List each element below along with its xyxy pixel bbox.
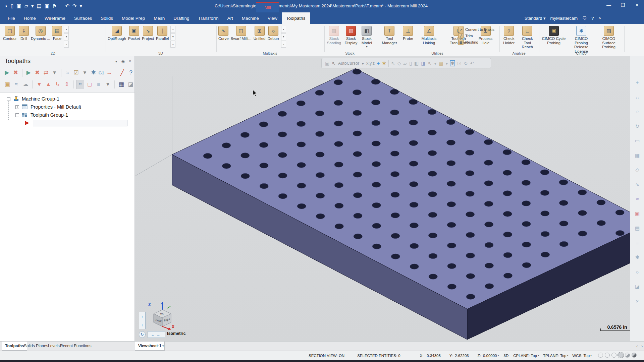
- ribbon-button-drill[interactable]: ↧Drill: [18, 25, 30, 42]
- select-window-dropdown-icon[interactable]: ▾: [434, 61, 436, 66]
- undo-icon[interactable]: ↶: [65, 2, 69, 10]
- tab-surfaces[interactable]: Surfaces: [70, 12, 96, 24]
- autocursor-dropdown-icon[interactable]: ▾: [362, 61, 364, 66]
- fast-point-icon[interactable]: +: [377, 61, 380, 66]
- tplane-selector[interactable]: TPLANE: Top: [543, 354, 566, 358]
- tab-home[interactable]: Home: [19, 12, 40, 24]
- collapse-ribbon-icon[interactable]: ˄: [598, 16, 601, 21]
- pan-icon[interactable]: ↔: [633, 93, 642, 102]
- ribbon-button-curve[interactable]: ∿Curve: [217, 25, 230, 42]
- post-g1-icon[interactable]: G1: [98, 70, 104, 75]
- wcs-selector[interactable]: WCS: Top: [572, 354, 590, 358]
- tree-insert-position[interactable]: [24, 119, 127, 127]
- toggle-toolpath-display-icon[interactable]: ≈: [12, 80, 20, 89]
- tab-machine[interactable]: Machine: [237, 12, 263, 24]
- tab-transform[interactable]: Transform: [194, 12, 223, 24]
- select-body-icon[interactable]: ◨: [421, 61, 425, 66]
- z-dropdown-icon[interactable]: ▾: [498, 354, 499, 357]
- group-scroll-expand-icon[interactable]: ⌄: [170, 41, 175, 48]
- tab-toolpaths[interactable]: Toolpaths: [282, 12, 310, 24]
- select-verify-icon[interactable]: ◇: [397, 61, 401, 66]
- cplane-dropdown-icon[interactable]: ▾: [538, 354, 539, 357]
- ribbon-button-check-tool-reach[interactable]: ∟Check Tool Reach: [517, 25, 537, 50]
- erase-display-icon[interactable]: ◪: [127, 80, 135, 89]
- add-viewsheet-button[interactable]: +: [159, 342, 167, 351]
- dropdown-icon[interactable]: ▾: [366, 45, 368, 48]
- validate-selection-icon[interactable]: ☑: [457, 61, 462, 66]
- group-scroll-down-icon[interactable]: ▾: [281, 33, 286, 40]
- mymastercam-link[interactable]: myMastercam: [550, 16, 578, 21]
- select-range-icon[interactable]: ▩: [439, 61, 443, 66]
- ribbon-button-stock-display[interactable]: ▧Stock Display: [343, 25, 359, 46]
- select-window-icon[interactable]: ↖: [428, 61, 432, 66]
- dimension-mode[interactable]: 3D: [504, 354, 509, 358]
- ribbon-button-cimco-probing-release-license[interactable]: ✱CIMCO Probing Release License: [568, 25, 595, 54]
- workspace-select[interactable]: Standard ▾: [525, 16, 546, 21]
- restore-button[interactable]: ❒: [616, 0, 630, 10]
- group-scroll-down-icon[interactable]: ▾: [64, 33, 69, 40]
- selection-settings-icon[interactable]: ✱: [450, 60, 455, 66]
- simulate-icon[interactable]: ✱: [90, 68, 97, 77]
- select-last-icon[interactable]: ≡: [633, 238, 642, 248]
- open-dropdown-icon[interactable]: ▾: [31, 2, 34, 10]
- ribbon-button-cimco-cycle-probing[interactable]: ▣CIMCO Cycle Probing: [540, 25, 568, 46]
- tab-mesh[interactable]: Mesh: [149, 12, 169, 24]
- minimize-button[interactable]: —: [602, 0, 616, 10]
- unselect-all-operations-icon[interactable]: ✖: [12, 68, 19, 77]
- ribbon-button-nesting[interactable]: ▦Nesting: [458, 40, 494, 45]
- surface-mask-icon[interactable]: ≈: [633, 194, 642, 204]
- group-scroll-up-icon[interactable]: ▴: [64, 26, 69, 33]
- expand-expander-icon[interactable]: [15, 105, 19, 109]
- ribbon-button-convert-to-5-axis[interactable]: ↗Convert to 5-axis: [458, 27, 494, 32]
- tree-item-toolpath-group[interactable]: Toolpath Group-1: [15, 111, 68, 119]
- save-icon[interactable]: ▣: [16, 2, 21, 10]
- section-view-icon[interactable]: ▭: [633, 136, 642, 145]
- verify-icon[interactable]: ☑: [72, 68, 80, 77]
- help-icon[interactable]: ?: [127, 68, 135, 77]
- select-range-dropdown-icon[interactable]: ▾: [445, 61, 448, 66]
- options-list-icon[interactable]: ≡: [95, 80, 102, 89]
- ghost-operations-icon[interactable]: ☁: [22, 80, 30, 89]
- new-file-icon[interactable]: ▯: [11, 2, 13, 10]
- move-up-icon[interactable]: ▲: [45, 80, 52, 89]
- close-button[interactable]: ×: [630, 0, 644, 10]
- autocursor-icon[interactable]: ↖: [332, 61, 336, 66]
- group-scroll-down-icon[interactable]: ▾: [170, 33, 175, 40]
- snap-icon[interactable]: ◇: [633, 165, 642, 175]
- verify-dropdown-icon[interactable]: ▾: [81, 68, 89, 77]
- undo-selection-icon[interactable]: ↶: [470, 61, 474, 66]
- translucent-shade-icon[interactable]: [632, 353, 637, 358]
- lock-operations-icon[interactable]: ▣: [3, 80, 11, 89]
- display-selected-toolpaths-icon[interactable]: ≈: [76, 80, 84, 89]
- move-insert-icon[interactable]: ↳: [54, 80, 61, 89]
- tab-model-prep[interactable]: Model Prep: [117, 12, 149, 24]
- zoom-window-icon[interactable]: ◌: [633, 107, 642, 116]
- ribbon-button-swarf-milli-[interactable]: ◫Swarf Milli...: [230, 25, 253, 42]
- display-options-icon[interactable]: ×: [633, 297, 642, 306]
- wireframe-mask-icon[interactable]: ∿: [633, 180, 642, 189]
- tab-wireframe[interactable]: Wireframe: [40, 12, 70, 24]
- hidden-line-shade-icon[interactable]: [605, 353, 610, 358]
- blank-entity-icon[interactable]: ◪: [633, 282, 642, 291]
- print-icon[interactable]: ▤: [37, 2, 42, 10]
- graphics-viewport[interactable]: ▣↖AutoCursor▾x,y,z+✱↖◇▱▯◧◨↖▾▩▾✱☑↻↶ ↑ ↓ ↻…: [135, 56, 630, 341]
- viewsheet-nav-right-icon[interactable]: ›: [641, 342, 643, 351]
- help-circle-icon[interactable]: ?: [591, 16, 594, 21]
- machine-sim-icon[interactable]: ▦: [117, 80, 125, 89]
- z-coord-value[interactable]: 0.00000: [483, 354, 497, 358]
- ribbon-button-contour[interactable]: ▢Contour: [2, 25, 18, 42]
- ribbon-button-face[interactable]: ▤Face: [51, 25, 63, 42]
- insert-name-field[interactable]: [33, 120, 127, 126]
- autocursor-label[interactable]: AutoCursor: [338, 61, 359, 66]
- move-down-icon[interactable]: ▼: [35, 80, 43, 89]
- group-scroll-expand-icon[interactable]: ⌄: [64, 41, 69, 48]
- regenerate-selected-icon[interactable]: ▶: [25, 68, 32, 77]
- rotate-view-button[interactable]: ↻: [139, 331, 146, 338]
- group-scroll-up-icon[interactable]: ▴: [281, 26, 286, 33]
- cplane-selector[interactable]: CPLANE: Top: [513, 354, 537, 358]
- fit-screen-icon[interactable]: +: [633, 78, 642, 87]
- qat-customize-icon[interactable]: ▾: [80, 2, 83, 10]
- clear-colors-icon[interactable]: ✱: [633, 253, 642, 262]
- tab-view[interactable]: View: [263, 12, 282, 24]
- display-geometry-icon[interactable]: ◻: [86, 80, 93, 89]
